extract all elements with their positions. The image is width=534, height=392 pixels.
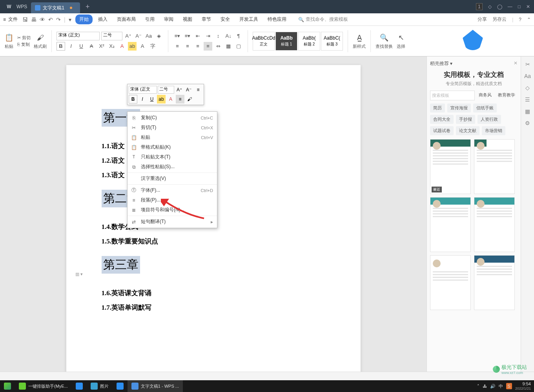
highlight-button[interactable]: ab	[128, 42, 137, 51]
font-name-combo[interactable]: 宋体 (正文)	[56, 32, 100, 40]
mini-format-painter-icon[interactable]: 🖌	[185, 95, 194, 103]
tag-letter[interactable]: 信纸手账	[473, 103, 497, 113]
mini-italic-button[interactable]: I	[138, 95, 147, 103]
bullets-icon[interactable]: ≡▾	[173, 32, 182, 40]
tag-resume[interactable]: 简历	[430, 103, 445, 113]
panel-close-icon[interactable]: ✕	[514, 60, 518, 66]
increase-font-icon[interactable]: A⁺	[124, 32, 133, 40]
numbering-icon[interactable]: ≡▾	[183, 32, 192, 40]
menu-paste-special[interactable]: ⧉选择性粘贴(S)...	[128, 162, 217, 172]
tab-review[interactable]: 审阅	[160, 15, 177, 24]
tray-ime[interactable]: 中	[499, 383, 503, 389]
change-case-icon[interactable]: Aa	[144, 32, 153, 40]
tag-marketing[interactable]: 市场营销	[482, 126, 505, 135]
sort-icon[interactable]: A↓	[224, 32, 233, 40]
style-heading3[interactable]: AaBbC(标题 3	[321, 32, 343, 51]
collapse-ribbon-icon[interactable]: ⌃	[527, 17, 531, 22]
tab-start[interactable]: 开始	[75, 15, 93, 24]
doc-item[interactable]: 1.5.数学重要知识点	[102, 237, 325, 246]
command-search[interactable]: 🔍 查找命令、搜索模板	[298, 16, 348, 23]
mini-font-size[interactable]: 二号	[158, 86, 174, 94]
new-style-button[interactable]: A̲ 新样式	[353, 33, 366, 49]
page-float-icon[interactable]: ▥ ▾	[75, 272, 83, 277]
menu-bullets-numbering[interactable]: ≣项目符号和编号(N)...	[128, 205, 217, 215]
format-painter-group[interactable]: 🖌 格式刷	[34, 33, 47, 49]
vt-settings-icon[interactable]: ⚙	[525, 120, 530, 126]
tab-developer[interactable]: 开发工具	[235, 15, 262, 24]
new-tab-button[interactable]: +	[86, 3, 90, 11]
paste-group[interactable]: 📋 粘贴	[4, 33, 14, 49]
template-thumb[interactable]	[430, 255, 471, 310]
vt-style-icon[interactable]: Aa	[524, 73, 531, 79]
decrease-indent-icon[interactable]: ⇤	[193, 32, 202, 40]
tray-up-icon[interactable]: ˄	[477, 384, 479, 389]
redo-icon[interactable]: ↷	[56, 16, 61, 23]
menu-paragraph[interactable]: ≡段落(P)...	[128, 195, 217, 205]
select-button[interactable]: ↖ 选择	[396, 33, 406, 49]
tray-time[interactable]: 9:54	[515, 381, 531, 386]
mini-underline-button[interactable]: U	[148, 95, 156, 103]
strike-button[interactable]: A	[87, 42, 96, 51]
show-marks-icon[interactable]: ¶	[234, 32, 243, 40]
menu-icon[interactable]: ≡	[3, 17, 6, 22]
qat-dropdown-icon[interactable]: ▾	[69, 16, 71, 23]
tag-hr[interactable]: 人资行政	[478, 115, 501, 124]
mini-bold-button[interactable]: B	[129, 95, 137, 103]
menu-font[interactable]: Ⓣ字体(F)...Ctrl+D	[128, 185, 217, 195]
template-thumb[interactable]	[474, 255, 515, 310]
menu-translate[interactable]: ⇄短句翻译(T)▸	[128, 217, 217, 227]
cloud-save-button[interactable]: 另存云	[492, 16, 507, 23]
increase-indent-icon[interactable]: ⇥	[204, 32, 212, 40]
shading-icon[interactable]: ▦	[224, 42, 233, 51]
vt-outline-icon[interactable]: ☰	[525, 96, 530, 103]
mini-font-name[interactable]: 宋体 (正文	[129, 86, 157, 94]
menu-hanzi-reselect[interactable]: 汉字重选(V)	[128, 174, 217, 183]
minimize-button[interactable]: —	[508, 4, 512, 9]
cut-button[interactable]: ✂ 剪切	[17, 35, 31, 41]
close-button[interactable]: ✕	[526, 4, 530, 9]
taskbar-app-2[interactable]	[72, 380, 87, 392]
top-tag-business[interactable]: 商务风	[476, 91, 494, 100]
tab-special[interactable]: 特色应用	[264, 15, 290, 24]
align-right-icon[interactable]: ≡	[193, 42, 202, 51]
save-icon[interactable]: 🖫	[22, 16, 28, 23]
superscript-button[interactable]: X²	[97, 42, 106, 51]
menu-copy[interactable]: ⎘复制(C)Ctrl+C	[128, 113, 217, 123]
tray-sogou-icon[interactable]: S	[506, 383, 512, 389]
help-button[interactable]: ?	[519, 17, 521, 22]
subscript-button[interactable]: X₂	[108, 42, 116, 51]
align-center-icon[interactable]: ≡	[183, 42, 192, 51]
mini-align-button[interactable]: ≡	[176, 95, 184, 103]
tray-volume-icon[interactable]: 🔊	[490, 384, 496, 389]
find-replace-button[interactable]: 🔍 查找替换	[375, 33, 393, 49]
italic-button[interactable]: I	[67, 42, 75, 51]
taskbar-app-wps[interactable]: 文字文稿1 - WPS ...	[128, 380, 183, 392]
vt-shape-icon[interactable]: ◇	[525, 85, 530, 91]
menu-paste-format[interactable]: 📋带格式粘贴(K)	[128, 142, 217, 152]
copy-button[interactable]: ⎘ 复制	[17, 42, 31, 47]
mini-bullets-icon[interactable]: ≡	[194, 85, 202, 94]
font-size-combo[interactable]: 二号	[101, 32, 122, 40]
tab-view[interactable]: 视图	[179, 15, 196, 24]
document-tab[interactable]: 文字文稿1	[31, 2, 80, 13]
taskbar-app-3[interactable]: 图片	[87, 380, 113, 392]
skin-icon[interactable]: ◇	[488, 4, 492, 9]
template-thumb[interactable]: 最近	[430, 139, 471, 194]
style-normal[interactable]: AaBbCcDd正文	[253, 32, 275, 51]
line-spacing-icon[interactable]: ↕	[214, 32, 222, 40]
bird-logo-icon[interactable]	[463, 30, 483, 50]
mini-decrease-font-icon[interactable]: A⁻	[184, 85, 193, 94]
maximize-button[interactable]: □	[518, 4, 521, 9]
style-heading2[interactable]: AaBb(标题 2	[298, 32, 320, 51]
tag-poster[interactable]: 宣传海报	[447, 103, 471, 113]
borders-icon[interactable]: ▢	[234, 42, 243, 51]
share-button[interactable]: 分享	[478, 16, 487, 23]
tag-exam[interactable]: 试题试卷	[430, 126, 454, 135]
file-menu[interactable]: 文件	[8, 16, 18, 23]
clear-format-icon[interactable]: ◈	[155, 32, 163, 40]
char-shading-button[interactable]: 字	[148, 42, 157, 51]
tab-insert[interactable]: 插入	[94, 15, 111, 24]
preview-icon[interactable]: 👁	[40, 16, 45, 23]
top-tag-education[interactable]: 教育教学	[496, 91, 518, 100]
tab-section[interactable]: 章节	[198, 15, 215, 24]
